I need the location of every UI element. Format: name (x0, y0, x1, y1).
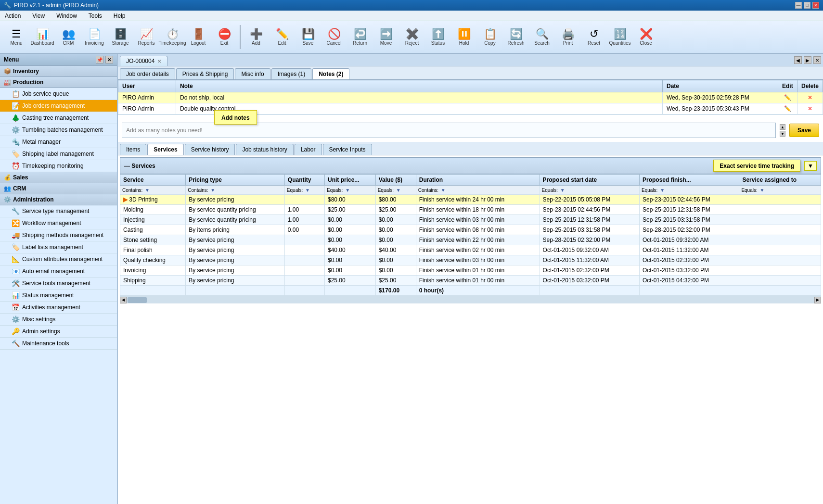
reset-tool-button[interactable]: ↺Reset (581, 23, 606, 51)
sidebar-item-misc-settings[interactable]: ⚙️ Misc settings (0, 314, 117, 326)
hscroll-right[interactable]: ▶ (814, 297, 821, 303)
sidebar-item-custom-attributes[interactable]: 📐 Custom attributes management (0, 253, 117, 265)
notes-col-note: Note (176, 80, 663, 92)
tab-services[interactable]: Services (147, 144, 183, 155)
sidebar-pin-button[interactable]: 📌 (96, 56, 103, 63)
copy-tool-button[interactable]: 📋Copy (477, 23, 502, 51)
tab-labor[interactable]: Labor (295, 144, 322, 155)
sidebar-section-crm[interactable]: 👥 CRM (0, 183, 117, 194)
sidebar-item-timekeeping[interactable]: ⏰ Timekeeping monitoring (0, 160, 117, 172)
tab-notes[interactable]: Notes (2) (312, 68, 349, 79)
sidebar-item-job-orders-management[interactable]: 📝 Job orders management (0, 100, 117, 112)
sidebar-item-shipping-label[interactable]: 🏷️ Shipping label management (0, 148, 117, 160)
notes-scroll-up[interactable]: ▲ (780, 124, 785, 130)
doc-tab-nav-left[interactable]: ◀ (794, 56, 802, 64)
doc-tab-nav-right[interactable]: ▶ (804, 56, 811, 64)
sidebar-item-label-lists[interactable]: 🏷️ Label lists management (0, 241, 117, 253)
doc-window-close[interactable]: ✕ (813, 56, 821, 64)
notes-save-button[interactable]: Save (789, 124, 819, 137)
doc-tab-jo000004[interactable]: JO-000004 ✕ (120, 56, 167, 66)
sidebar-close-button[interactable]: ✕ (105, 56, 113, 63)
sidebar-item-job-service-queue[interactable]: 📋 Job service queue (0, 88, 117, 100)
menu-tool-button[interactable]: ☰Menu (4, 23, 29, 51)
minimize-button[interactable]: — (795, 2, 802, 9)
sidebar-section-administration[interactable]: ⚙️ Administration (0, 194, 117, 205)
storage-tool-button[interactable]: 🗄️Storage (108, 23, 133, 51)
sidebar-item-service-tools[interactable]: 🛠️ Service tools management (0, 277, 117, 290)
doc-tab-close[interactable]: ✕ (157, 59, 161, 64)
close-tool-button[interactable]: ❌Close (633, 23, 658, 51)
maximize-button[interactable]: □ (804, 2, 810, 9)
notes-col-date: Date (662, 80, 778, 92)
sidebar-item-admin-settings[interactable]: 🔑 Admin settings (0, 326, 117, 338)
search-tool-button[interactable]: 🔍Search (529, 23, 554, 51)
menu-view[interactable]: View (29, 12, 48, 20)
horizontal-scrollbar[interactable]: ◀ ▶ (120, 296, 821, 303)
tab-prices-shipping[interactable]: Prices & Shipping (176, 68, 234, 79)
add-tool-button[interactable]: ➕Add (244, 23, 269, 51)
sidebar-item-maintenance[interactable]: 🔨 Maintenance tools (0, 338, 117, 350)
sidebar-item-tumbling-batches[interactable]: ⚙️ Tumbling batches management (0, 124, 117, 136)
sidebar-item-shipping-methods[interactable]: 🚚 Shipping methods management (0, 229, 117, 241)
notes-add-area: Add notes ▲ ▼ Save (118, 114, 823, 142)
notes-delete-button[interactable]: ✕ (797, 92, 823, 103)
print-tool-button[interactable]: 🖨️Print (555, 23, 580, 51)
edit-tool-button[interactable]: ✏️Edit (270, 23, 295, 51)
menu-action[interactable]: Action (2, 12, 24, 20)
sidebar-section-sales[interactable]: 💰 Sales (0, 172, 117, 183)
refresh-tool-button[interactable]: 🔄Refresh (503, 23, 528, 51)
invoicing-tool-button[interactable]: 📄Invoicing (82, 23, 107, 51)
timekeeping-tool-button[interactable]: ⏱️Timekeeping (160, 23, 185, 51)
menu-tools[interactable]: Tools (86, 12, 105, 20)
exit-tool-button[interactable]: ⛔Exit (212, 23, 237, 51)
sidebar-item-metal-manager[interactable]: 🔩 Metal manager (0, 136, 117, 148)
status-tool-button[interactable]: ⬆️Status (425, 23, 450, 51)
tab-items[interactable]: Items (120, 144, 146, 155)
notes-scroll-down[interactable]: ▼ (780, 131, 785, 137)
hold-tool-button[interactable]: ⏸️Hold (451, 23, 476, 51)
sidebar-item-workflow[interactable]: 🔀 Workflow management (0, 217, 117, 229)
notes-edit-button[interactable]: ✏️ (778, 103, 797, 114)
services-collapse-button[interactable]: ▼ (804, 161, 817, 171)
shipping-label-icon: 🏷️ (12, 150, 19, 158)
notes-edit-button[interactable]: ✏️ (778, 92, 797, 103)
svc-row: Invoicing By service pricing $0.00 $0.00… (120, 265, 821, 276)
auto-email-label: Auto email management (22, 268, 85, 275)
menu-window[interactable]: Window (53, 12, 80, 20)
sidebar-item-service-type[interactable]: 🔧 Service type management (0, 205, 117, 217)
quantities-tool-button[interactable]: 🔢Quantities (607, 23, 632, 51)
casting-tree-icon: 🌲 (12, 114, 19, 122)
filter-start-icon: ▼ (560, 188, 565, 193)
sidebar-item-status-mgmt[interactable]: 📊 Status management (0, 290, 117, 302)
sidebar-item-auto-email[interactable]: 📧 Auto email management (0, 265, 117, 277)
crm-tool-button[interactable]: 👥CRM (56, 23, 81, 51)
tab-job-status-history[interactable]: Job status history (236, 144, 293, 155)
sidebar-section-production[interactable]: 🏭 Production (0, 77, 117, 88)
notes-delete-button[interactable]: ✕ (797, 103, 823, 114)
tab-service-history[interactable]: Service history (185, 144, 235, 155)
save-tool-button[interactable]: 💾Save (296, 23, 321, 51)
reports-tool-button[interactable]: 📈Reports (134, 23, 159, 51)
hscroll-thumb[interactable] (128, 297, 147, 303)
sidebar-section-inventory[interactable]: 📦 Inventory (0, 66, 117, 77)
move-tool-button[interactable]: ➡️Move (373, 23, 399, 51)
service-type-icon: 🔧 (12, 207, 19, 215)
filter-value-icon: ▼ (396, 188, 401, 193)
misc-settings-icon: ⚙️ (12, 315, 19, 323)
notes-input-field[interactable] (122, 123, 776, 138)
hscroll-left[interactable]: ◀ (120, 297, 127, 303)
tab-job-order-details[interactable]: Job order details (120, 68, 175, 79)
tab-service-inputs[interactable]: Service Inputs (323, 144, 372, 155)
return-tool-button[interactable]: ↩️Return (347, 23, 373, 51)
menu-help[interactable]: Help (111, 12, 129, 20)
sidebar-item-activities[interactable]: 📅 Activities management (0, 302, 117, 314)
tab-misc-info[interactable]: Misc info (235, 68, 270, 79)
cancel-tool-button[interactable]: 🚫Cancel (321, 23, 347, 51)
title-bar: 🔧 PIRO v2.1 - admin (PIRO Admin) — □ ✕ (0, 0, 823, 11)
close-window-button[interactable]: ✕ (812, 2, 819, 9)
tab-images[interactable]: Images (1) (271, 68, 311, 79)
sidebar-item-casting-tree[interactable]: 🌲 Casting tree management (0, 112, 117, 124)
logout-tool-button[interactable]: 🚪Logout (186, 23, 211, 51)
reject-tool-button[interactable]: ✖️Reject (399, 23, 424, 51)
dashboard-tool-button[interactable]: 📊Dashboard (30, 23, 55, 51)
